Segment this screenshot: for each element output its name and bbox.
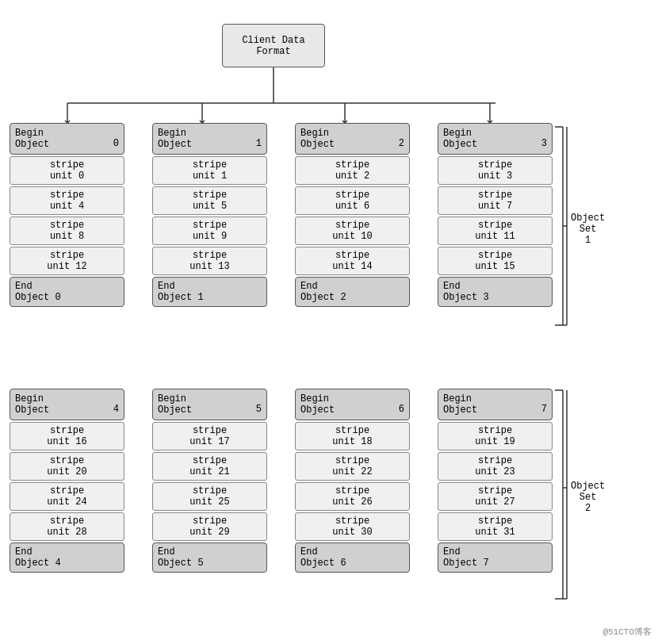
object-col-2: BeginObject 2 stripeunit 2 stripeunit 6 … bbox=[295, 123, 410, 309]
object-set-2-label: ObjectSet2 bbox=[571, 481, 605, 514]
stripe-box-3-1: stripeunit 7 bbox=[438, 186, 553, 215]
stripe-box-2-1: stripeunit 6 bbox=[295, 186, 410, 215]
object-col-4: BeginObject 4 stripeunit 16 stripeunit 2… bbox=[10, 389, 124, 574]
stripe-box-5-2: stripeunit 25 bbox=[152, 482, 267, 511]
end-box-1: EndObject 1 bbox=[152, 277, 267, 307]
end-box-3: EndObject 3 bbox=[438, 277, 553, 307]
begin-box-2: BeginObject 2 bbox=[295, 123, 410, 155]
stripe-box-1-2: stripeunit 9 bbox=[152, 217, 267, 245]
stripe-box-7-2: stripeunit 27 bbox=[438, 482, 553, 511]
stripe-box-0-2: stripeunit 8 bbox=[10, 217, 124, 245]
end-box-6: EndObject 6 bbox=[295, 542, 410, 573]
object-col-3: BeginObject 3 stripeunit 3 stripeunit 7 … bbox=[438, 123, 553, 309]
object-set-1-label: ObjectSet1 bbox=[571, 213, 605, 246]
stripe-box-2-0: stripeunit 2 bbox=[295, 156, 410, 185]
stripe-box-4-0: stripeunit 16 bbox=[10, 422, 124, 450]
stripe-box-2-2: stripeunit 10 bbox=[295, 217, 410, 245]
begin-box-5: BeginObject 5 bbox=[152, 389, 267, 420]
stripe-box-0-1: stripeunit 4 bbox=[10, 186, 124, 215]
end-box-7: EndObject 7 bbox=[438, 542, 553, 573]
stripe-box-6-1: stripeunit 22 bbox=[295, 452, 410, 481]
stripe-box-3-3: stripeunit 15 bbox=[438, 247, 553, 275]
object-col-1: BeginObject 1 stripeunit 1 stripeunit 5 … bbox=[152, 123, 267, 309]
begin-box-6: BeginObject 6 bbox=[295, 389, 410, 420]
stripe-box-4-1: stripeunit 20 bbox=[10, 452, 124, 481]
stripe-box-1-1: stripeunit 5 bbox=[152, 186, 267, 215]
stripe-box-5-0: stripeunit 17 bbox=[152, 422, 267, 450]
stripe-box-4-2: stripeunit 24 bbox=[10, 482, 124, 511]
stripe-box-0-0: stripeunit 0 bbox=[10, 156, 124, 185]
stripe-box-5-1: stripeunit 21 bbox=[152, 452, 267, 481]
stripe-box-1-0: stripeunit 1 bbox=[152, 156, 267, 185]
root-box: Client Data Format bbox=[222, 24, 325, 67]
object-col-5: BeginObject 5 stripeunit 17 stripeunit 2… bbox=[152, 389, 267, 574]
stripe-box-0-3: stripeunit 12 bbox=[10, 247, 124, 275]
end-box-4: EndObject 4 bbox=[10, 542, 124, 573]
end-box-5: EndObject 5 bbox=[152, 542, 267, 573]
stripe-box-6-0: stripeunit 18 bbox=[295, 422, 410, 450]
stripe-box-2-3: stripeunit 14 bbox=[295, 247, 410, 275]
stripe-box-7-3: stripeunit 31 bbox=[438, 512, 553, 541]
stripe-box-3-2: stripeunit 11 bbox=[438, 217, 553, 245]
stripe-box-6-2: stripeunit 26 bbox=[295, 482, 410, 511]
begin-box-4: BeginObject 4 bbox=[10, 389, 124, 420]
begin-box-7: BeginObject 7 bbox=[438, 389, 553, 420]
begin-box-1: BeginObject 1 bbox=[152, 123, 267, 155]
diagram: Client Data Format bbox=[0, 0, 658, 644]
stripe-box-6-3: stripeunit 30 bbox=[295, 512, 410, 541]
end-box-0: EndObject 0 bbox=[10, 277, 124, 307]
object-col-6: BeginObject 6 stripeunit 18 stripeunit 2… bbox=[295, 389, 410, 574]
begin-box-0: BeginObject 0 bbox=[10, 123, 124, 155]
stripe-box-7-0: stripeunit 19 bbox=[438, 422, 553, 450]
stripe-box-5-3: stripeunit 29 bbox=[152, 512, 267, 541]
root-label: Client Data Format bbox=[223, 35, 324, 57]
begin-box-3: BeginObject 3 bbox=[438, 123, 553, 155]
stripe-box-1-3: stripeunit 13 bbox=[152, 247, 267, 275]
stripe-box-3-0: stripeunit 3 bbox=[438, 156, 553, 185]
object-col-7: BeginObject 7 stripeunit 19 stripeunit 2… bbox=[438, 389, 553, 574]
stripe-box-7-1: stripeunit 23 bbox=[438, 452, 553, 481]
watermark: @51CTO博客 bbox=[603, 626, 652, 638]
stripe-box-4-3: stripeunit 28 bbox=[10, 512, 124, 541]
object-col-0: BeginObject 0 stripeunit 0 stripeunit 4 … bbox=[10, 123, 124, 309]
end-box-2: EndObject 2 bbox=[295, 277, 410, 307]
